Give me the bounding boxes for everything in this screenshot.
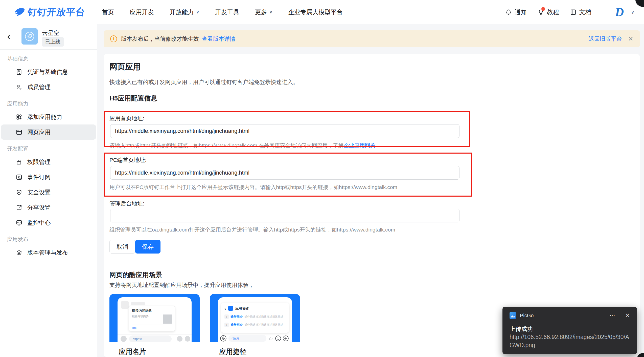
layers-icon xyxy=(16,249,22,256)
toast-upload-url: http://106.52.66.92:8092/images/2025/05/… xyxy=(510,333,631,349)
browser-window-icon xyxy=(16,129,22,136)
mock-link-label: link xyxy=(132,325,172,330)
mock-smiley-icon xyxy=(275,335,281,342)
mock-back-chevron: ‹ xyxy=(224,306,226,311)
save-button[interactable]: 保存 xyxy=(135,240,160,254)
scene-card-title: 应用名片 xyxy=(119,347,200,356)
mock-thumbs-up-icon xyxy=(268,336,273,341)
admin-url-label: 管理后台地址: xyxy=(109,200,144,207)
chevron-down-icon: ∨ xyxy=(196,9,199,15)
top-nav: 钉钉开放平台 首页 应用开发 开放能力∨ 开发工具 更多∨ 企业专属大模型平台 … xyxy=(0,0,644,24)
lightbulb-icon xyxy=(537,9,544,16)
admin-url-hint: 组织管理员可以在oa.dingtalk.com打开这个应用后台并进行管理。输入h… xyxy=(109,226,395,233)
sidebar-item-security-settings[interactable]: 安全设置 xyxy=(1,185,96,200)
dingtalk-logo[interactable]: 钉钉开放平台 xyxy=(14,6,85,18)
sidebar-item-add-capability[interactable]: 添加应用能力 xyxy=(1,109,96,124)
gateway-link[interactable]: 企业应用网关 xyxy=(343,142,375,148)
toast-more-button[interactable]: ⋯ xyxy=(610,312,615,319)
nav-menu: 首页 应用开发 开放能力∨ 开发工具 更多∨ 企业专属大模型平台 xyxy=(102,8,343,16)
app-home-url-input[interactable] xyxy=(110,124,459,138)
sidebar: ‹ 云星空 已上线 基础信息 凭证与基础信息 成员管理 应用能力 添加应用能力 … xyxy=(0,24,97,357)
version-banner: i 版本发布后，当前修改才能生效 查看版本详情 返回旧版平台 ✕ xyxy=(104,30,640,47)
id-card-icon xyxy=(16,69,22,75)
grid-plus-icon xyxy=(16,114,22,120)
mock-command-desc: 操作描述描述描述描述描述描述 xyxy=(244,323,283,327)
docs-button[interactable]: 文档 xyxy=(570,8,591,16)
picgo-app-icon xyxy=(510,312,516,319)
nav-item-home[interactable]: 首页 xyxy=(102,8,114,16)
app-home-url-hint: 请输入http或https开头的网址链接，如https://www.dingta… xyxy=(109,142,375,149)
sidebar-section-capabilities: 应用能力 xyxy=(7,100,97,107)
pc-home-url-hint: 用户可以在PC版钉钉工作台上打开这个应用并显示该链接内容。请输入http或htt… xyxy=(109,184,397,191)
mock-app-name: 应用名称 xyxy=(235,306,248,311)
app-logo xyxy=(21,28,38,45)
pc-home-url-input[interactable] xyxy=(110,166,459,180)
sidebar-item-credentials[interactable]: 凭证与基础信息 xyxy=(1,64,96,79)
mock-slash-chip: / xyxy=(224,314,229,319)
mock-slash-chip: / xyxy=(224,323,229,327)
mock-shortcut-card: ‹ 应用名称 / 操作指令 操作描述描述描述描述描述描述 / 操作指令 操作描述… xyxy=(221,303,289,333)
sidebar-item-share-settings[interactable]: 分享设置 xyxy=(1,200,96,215)
mock-link-card: 链接内容标题 链接内容摘要 link xyxy=(129,306,175,331)
scene-card-app-card[interactable]: 链接内容标题 链接内容摘要 link https:// 应用名片 xyxy=(109,294,200,357)
mock-thumbnail xyxy=(163,314,172,324)
scene-card-app-shortcut[interactable]: ‹ 应用名称 / 操作指令 操作描述描述描述描述描述描述 / 操作指令 操作描述… xyxy=(210,294,300,357)
cool-app-section-subtitle: 支持将网页地址配置到酷应用场景中，提升应用使用体验， xyxy=(109,281,254,289)
scene-card-footer: 应用名片 xyxy=(109,342,200,357)
share-external-icon xyxy=(16,204,22,211)
sidebar-item-event-subscription[interactable]: 事件订阅 xyxy=(1,170,96,185)
mock-slash-input: / 应用 xyxy=(228,335,266,342)
app-home-url-label: 应用首页地址: xyxy=(109,115,144,122)
page-description: 快速接入已有的或开发网页应用，用户可以通过钉钉客户端免登录快速进入。 xyxy=(109,78,298,86)
nav-item-app-dev[interactable]: 应用开发 xyxy=(130,8,154,16)
notifications-button[interactable]: 通知 xyxy=(505,8,527,16)
book-icon xyxy=(570,9,577,16)
sidebar-item-members[interactable]: 成员管理 xyxy=(1,79,96,95)
mock-name-placeholder xyxy=(131,302,145,305)
cancel-button[interactable]: 取消 xyxy=(109,240,135,254)
pc-home-url-label: PC端首页地址: xyxy=(109,156,147,164)
sidebar-section-dev-config: 开发配置 xyxy=(7,145,97,152)
nav-item-open-capability[interactable]: 开放能力∨ xyxy=(170,8,199,16)
mock-divider xyxy=(118,334,192,334)
mock-mic-icon xyxy=(220,335,227,342)
page-title: 网页应用 xyxy=(109,61,141,72)
mock-link-title: 链接内容标题 xyxy=(132,308,172,313)
avatar[interactable]: D xyxy=(613,6,626,19)
dingtalk-wing-icon xyxy=(14,6,26,18)
toast-close-button[interactable]: ✕ xyxy=(625,312,630,319)
cool-app-cards: 链接内容标题 链接内容摘要 link https:// 应用名片 xyxy=(109,294,300,357)
mock-url-pill: https:// xyxy=(129,335,172,342)
mock-avatar xyxy=(121,301,129,309)
sidebar-section-release: 应用发布 xyxy=(7,236,97,243)
sidebar-menu: 基础信息 凭证与基础信息 成员管理 应用能力 添加应用能力 网页应用 开发配置 … xyxy=(0,50,97,357)
return-old-platform-link[interactable]: 返回旧版平台 xyxy=(589,35,622,43)
close-icon[interactable]: ✕ xyxy=(628,35,633,43)
toast-app-name: PicGo xyxy=(520,313,534,319)
sidebar-item-monitoring[interactable]: 监控中心 xyxy=(1,215,96,230)
monitor-icon xyxy=(16,219,22,226)
sidebar-item-web-app[interactable]: 网页应用 xyxy=(1,124,96,140)
tutorial-button[interactable]: 教程 xyxy=(537,8,559,16)
mock-app-icon xyxy=(228,306,233,311)
info-icon: i xyxy=(110,35,117,42)
banner-message: 版本发布后，当前修改才能生效 xyxy=(121,35,199,43)
mock-link-summary: 链接内容摘要 xyxy=(132,314,149,318)
scene-card-title: 应用捷径 xyxy=(219,347,300,356)
mock-plus-icon xyxy=(283,335,289,342)
scene-card-footer: 应用捷径 xyxy=(210,342,300,357)
sidebar-item-permissions[interactable]: 权限管理 xyxy=(1,154,96,170)
notification-dot xyxy=(541,7,545,11)
sidebar-item-version-release[interactable]: 版本管理与发布 xyxy=(1,245,96,260)
view-version-link[interactable]: 查看版本详情 xyxy=(202,35,235,43)
admin-url-input[interactable] xyxy=(110,209,459,222)
nav-item-more[interactable]: 更多∨ xyxy=(255,8,272,16)
app-card-mockup: 链接内容标题 链接内容摘要 link https:// xyxy=(118,297,192,342)
chevron-down-icon[interactable]: ∨ xyxy=(631,9,634,15)
back-button[interactable]: ‹ xyxy=(7,31,11,42)
nav-divider xyxy=(602,8,602,16)
nav-item-enterprise-llm[interactable]: 企业专属大模型平台 xyxy=(288,8,343,16)
status-badge: 已上线 xyxy=(42,37,64,47)
logo-text: 钉钉开放平台 xyxy=(27,6,86,18)
nav-item-dev-tools[interactable]: 开发工具 xyxy=(215,8,239,16)
